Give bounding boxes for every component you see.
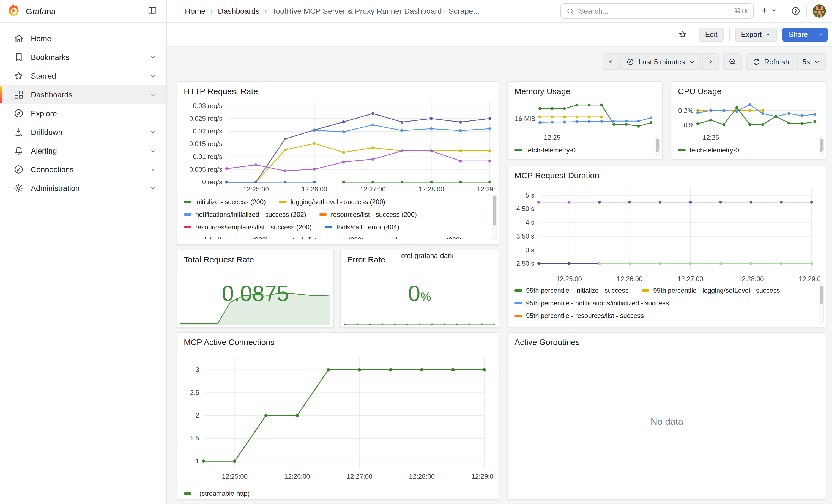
chevron-down-icon[interactable] <box>150 129 156 135</box>
legend-scrollbar-thumb[interactable] <box>493 196 496 226</box>
legend-item[interactable]: initialize - success (200) <box>184 198 266 206</box>
legend-label: 95th percentile - logging/setLevel - suc… <box>653 286 780 294</box>
memory-usage-chart[interactable]: 16 MiB12:25 <box>509 96 657 141</box>
panel-title[interactable]: Memory Usage <box>515 86 570 96</box>
panel-title[interactable]: MCP Request Duration <box>515 170 599 180</box>
sidebar-item-starred[interactable]: Starred <box>0 67 166 85</box>
export-button[interactable]: Export <box>735 27 777 42</box>
svg-text:3: 3 <box>196 366 199 373</box>
panel-title[interactable]: HTTP Request Rate <box>184 86 258 96</box>
legend-item[interactable]: tools/list - success (200) <box>281 236 363 239</box>
svg-text:4.50 s: 4.50 s <box>516 205 534 212</box>
sidebar-item-explore[interactable]: Explore <box>0 104 166 123</box>
time-range-picker[interactable]: Last 5 minutes <box>620 53 701 70</box>
topbar-divider <box>166 0 167 22</box>
sidebar-item-label: Dashboards <box>31 90 143 99</box>
legend-item[interactable]: logging/setLevel - success (200) <box>279 198 385 206</box>
legend-item[interactable]: notifications/initialized - success (202… <box>184 210 306 218</box>
panel-title[interactable]: CPU Usage <box>678 86 721 96</box>
legend-scrollbar-thumb[interactable] <box>656 139 659 152</box>
legend-item[interactable]: fetch-telemetry-0 <box>515 146 576 154</box>
panel-title[interactable]: MCP Active Connections <box>184 337 275 347</box>
breadcrumb-home[interactable]: Home <box>185 7 206 16</box>
legend-swatch <box>515 314 522 317</box>
panel-error-rate: Error Rate otel-grafana-dark 0% <box>340 250 499 328</box>
legend-swatch <box>377 239 385 239</box>
avatar[interactable] <box>813 4 826 18</box>
legend-scrollbar-thumb[interactable] <box>820 139 823 152</box>
sidebar-item-connections[interactable]: Connections <box>0 160 166 179</box>
svg-text:2.50 s: 2.50 s <box>516 260 534 267</box>
legend-item[interactable]: tools/call - success (200) <box>184 236 268 239</box>
legend-scrollbar[interactable] <box>492 194 497 240</box>
chevron-down-icon <box>688 59 695 65</box>
legend-item[interactable]: 95th percentile - logging/setLevel - suc… <box>642 286 780 294</box>
time-shift-back-button[interactable] <box>602 53 619 70</box>
legend-scrollbar[interactable] <box>819 137 824 156</box>
legend-scrollbar[interactable] <box>655 137 660 156</box>
time-shift-forward-button[interactable] <box>702 53 718 70</box>
chevron-left-icon <box>607 58 614 65</box>
chevron-right-icon <box>707 58 713 65</box>
legend-scrollbar-thumb[interactable] <box>820 286 823 304</box>
http-request-rate-chart[interactable]: 0 req/s0.005 req/s0.01 req/s0.015 req/s0… <box>178 99 495 195</box>
legend-item[interactable]: - (streamable-http) <box>184 489 250 497</box>
legend-item[interactable]: 95th percentile - notifications/initiali… <box>515 299 669 307</box>
legend-label: 95th percentile - resources/templates/li… <box>526 324 674 326</box>
legend-item[interactable]: 95th percentile - resources/templates/li… <box>515 324 674 326</box>
legend-item[interactable]: 95th percentile - initialize - success <box>515 286 628 294</box>
share-menu-button[interactable] <box>814 27 828 42</box>
brand[interactable]: Grafana <box>7 0 56 22</box>
svg-text:0.005 req/s: 0.005 req/s <box>189 166 222 173</box>
panel-title[interactable]: Total Request Rate <box>184 255 254 264</box>
legend-item[interactable]: fetch-telemetry-0 <box>678 146 739 154</box>
share-button[interactable]: Share <box>783 27 814 42</box>
sidebar-item-administration[interactable]: Administration <box>0 179 166 197</box>
svg-text:12:26:00: 12:26:00 <box>302 185 327 193</box>
legend-scrollbar[interactable] <box>819 284 824 325</box>
add-button[interactable] <box>760 6 777 14</box>
chevron-down-icon[interactable] <box>150 148 156 154</box>
sidebar-item-home[interactable]: Home <box>0 29 166 48</box>
favorite-star-button[interactable] <box>678 30 687 39</box>
cpu-usage-chart[interactable]: 0.2%0%12:25 <box>672 96 822 141</box>
legend-item[interactable]: resources/list - success (200) <box>319 210 417 218</box>
legend-item[interactable]: resources/templates/list - success (200) <box>184 223 312 231</box>
svg-text:5 s: 5 s <box>525 191 534 199</box>
edit-button[interactable]: Edit <box>699 27 724 42</box>
chevron-down-icon[interactable] <box>150 54 156 60</box>
chevron-down-icon[interactable] <box>150 185 156 191</box>
chevron-down-icon[interactable] <box>150 166 156 173</box>
sidebar-item-bookmarks[interactable]: Bookmarks <box>0 48 166 67</box>
refresh-interval-picker[interactable]: 5s <box>797 53 826 70</box>
panel-title[interactable]: Active Goroutines <box>515 337 580 347</box>
refresh-button[interactable]: Refresh <box>746 53 795 70</box>
svg-text:2.5: 2.5 <box>190 389 199 396</box>
sidebar-item-label: Connections <box>31 165 143 174</box>
legend-item[interactable]: unknown - success (200) <box>377 236 462 239</box>
chevron-down-icon[interactable] <box>150 91 156 98</box>
mcp-request-duration-chart[interactable]: 5 s4.50 s4 s3.50 s3 s2.50 s12:25:0012:26… <box>510 183 821 285</box>
zoom-out-button[interactable] <box>723 53 742 70</box>
svg-text:12:28:00: 12:28:00 <box>738 275 764 283</box>
legend-row: tools/call - success (200)tools/list - s… <box>184 233 488 239</box>
svg-text:?: ? <box>794 8 797 14</box>
sidebar-item-dashboards[interactable]: Dashboards <box>0 85 166 104</box>
chevron-down-icon <box>771 7 777 13</box>
sidebar-toggle-icon[interactable] <box>148 5 157 16</box>
breadcrumb-dashboards[interactable]: Dashboards <box>218 7 259 16</box>
legend-item[interactable]: tools/call - error (404) <box>325 223 399 231</box>
error-rate-sparkline[interactable] <box>344 319 495 326</box>
sidebar-item-alerting[interactable]: Alerting <box>0 141 166 160</box>
legend-item[interactable]: 95th percentile - resources/list - succe… <box>515 312 644 319</box>
svg-text:2: 2 <box>196 412 199 419</box>
search-input[interactable]: Search... ⌘+k <box>560 3 754 19</box>
mcp-active-connections-chart[interactable]: 32.521.5112:25:0012:26:0012:27:0012:28:0… <box>178 352 493 484</box>
legend-swatch <box>184 226 191 228</box>
help-button[interactable]: ? <box>791 6 801 16</box>
chevron-down-icon[interactable] <box>150 73 156 79</box>
svg-text:12:29:00: 12:29:00 <box>477 185 495 193</box>
panel-title[interactable]: Error Rate <box>347 255 385 264</box>
svg-text:4 s: 4 s <box>525 219 534 226</box>
sidebar-item-drilldown[interactable]: Drilldown <box>0 123 166 141</box>
